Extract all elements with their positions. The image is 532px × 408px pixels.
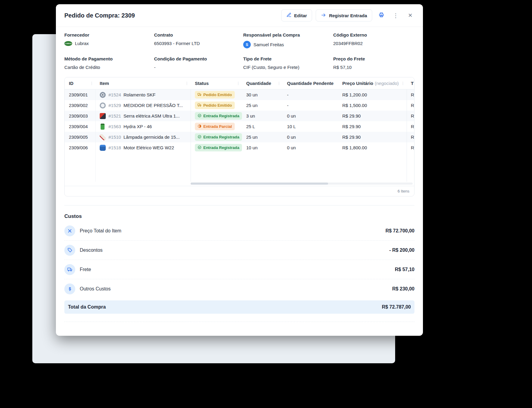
other-costs-dollar-icon xyxy=(64,283,75,294)
cost-row-item-total: Preço Total do Item R$ 72.700,00 xyxy=(64,221,414,241)
row-id: 2309/005 xyxy=(65,132,95,142)
total-value: R$ 72.787,00 xyxy=(382,304,411,310)
order-info-grid: Fornecedor LUBRAX Lubrax Contrato 650399… xyxy=(64,32,414,70)
item-ref: #1524 xyxy=(108,92,121,97)
close-button[interactable]: ✕ xyxy=(405,9,416,21)
item-name: Serra elétrica ASM Ultra 1... xyxy=(124,113,180,118)
row-total: R$ 1, xyxy=(407,111,414,121)
purchase-total-row: Total da Compra R$ 72.787,00 xyxy=(64,300,414,314)
status-badge: Pedido Emitido xyxy=(195,102,235,109)
modal-content: Fornecedor LUBRAX Lubrax Contrato 650399… xyxy=(56,27,423,322)
row-total: R$ 3 xyxy=(407,100,414,111)
cost-label: Descontos xyxy=(80,248,103,253)
cost-value: - R$ 200,00 xyxy=(389,248,414,253)
row-unit-price: R$ 29.90 xyxy=(338,132,407,142)
row-qty: 30 un xyxy=(242,89,283,100)
table-footer: 6 Itens xyxy=(65,186,414,196)
printer-icon xyxy=(379,12,384,19)
edit-button[interactable]: Editar xyxy=(281,9,312,21)
buyer-avatar: S xyxy=(243,41,251,48)
row-item: #1521 Serra elétrica ASM Ultra 1... xyxy=(95,111,191,121)
close-icon: ✕ xyxy=(408,13,412,18)
register-entry-button[interactable]: Registrar Entrada xyxy=(316,9,372,21)
status-badge: Pedido Emitido xyxy=(195,91,235,99)
truck-icon xyxy=(198,103,202,108)
row-id: 2309/006 xyxy=(65,142,95,153)
supplier-logo: LUBRAX xyxy=(64,41,72,46)
cost-label: Preço Total do Item xyxy=(80,228,121,234)
row-unit-price: R$ 29.90 xyxy=(338,121,407,132)
row-id: 2309/001 xyxy=(65,89,95,100)
cost-value: R$ 230,00 xyxy=(392,286,414,292)
column-handle-icon[interactable]: ⋮ xyxy=(90,81,94,86)
payment-condition-value: - xyxy=(154,65,243,70)
column-handle-icon[interactable]: ⋮ xyxy=(401,81,405,86)
row-id: 2309/003 xyxy=(65,111,95,121)
row-unit-price: R$ 1,200.00 xyxy=(338,89,407,100)
info-field-external-code: Código Externo 20349FFBR02 xyxy=(333,32,414,48)
header-total: T xyxy=(407,77,414,89)
external-code-value: 20349FFBR02 xyxy=(333,41,414,46)
items-count: 6 Itens xyxy=(398,189,409,193)
column-divider xyxy=(191,77,191,182)
check-circle-icon xyxy=(198,114,202,118)
row-pending: - xyxy=(283,89,338,100)
row-id: 2309/002 xyxy=(65,100,95,111)
freight-truck-icon xyxy=(64,264,75,275)
row-total: R$ 1, xyxy=(407,121,414,132)
table-row[interactable]: 2309/006 #1518 Motor Elétrico WEG W22 En… xyxy=(65,142,414,153)
table-row[interactable]: 2309/005 #1510 Lâmpada germicida de 15..… xyxy=(65,132,414,142)
column-handle-icon[interactable]: ⋮ xyxy=(236,81,240,86)
row-unit-price: R$ 29.90 xyxy=(338,111,407,121)
table-row[interactable]: 2309/004 #1563 Hydra XP - 46 Entrada Par… xyxy=(65,121,414,132)
item-ref: #1563 xyxy=(108,124,121,129)
cost-label: Outros Custos xyxy=(80,286,111,292)
header-unit-price: Preço Unitário(negociado)⋮ xyxy=(338,77,407,89)
row-qty: 25 un xyxy=(242,100,283,111)
table-body: 2309/001 #1524 Rolamento SKF Pedido Emit… xyxy=(65,89,414,153)
purchase-order-modal: Pedido de Compra: 2309 Editar Registrar … xyxy=(56,4,423,336)
status-badge: Entrada Registrada xyxy=(195,112,242,120)
header-qty: Quantidade⋮ xyxy=(242,77,283,89)
costs-heading: Custos xyxy=(64,213,414,219)
price-total-icon xyxy=(64,225,75,236)
header-actions: Editar Registrar Entrada ⋮ ✕ xyxy=(281,9,416,21)
cost-row-other-costs: Outros Custos R$ 230,00 xyxy=(64,279,414,299)
row-pending: - xyxy=(283,100,338,111)
cost-row-discounts: Descontos - R$ 200,00 xyxy=(64,241,414,260)
row-qty: 25 un xyxy=(242,132,283,142)
header-pending: Quantidade Pendente xyxy=(283,77,338,89)
contract-value: 6503993 - Former LTD xyxy=(154,41,243,46)
row-item: #1524 Rolamento SKF xyxy=(95,89,191,100)
circular-saw-thumbnail xyxy=(100,113,106,119)
table-row[interactable]: 2309/003 #1521 Serra elétrica ASM Ultra … xyxy=(65,111,414,121)
row-pending: 10 L xyxy=(283,121,338,132)
info-field-payment-method: Método de Pagamento Cartão de Crédito xyxy=(64,56,154,70)
truck-icon xyxy=(198,92,202,97)
column-handle-icon[interactable]: ⋮ xyxy=(185,81,189,86)
scrollbar-thumb[interactable] xyxy=(191,183,328,185)
item-name: Motor Elétrico WEG W22 xyxy=(124,145,174,150)
buyer-name: Samuel Freitas xyxy=(253,42,284,47)
more-options-button[interactable]: ⋮ xyxy=(390,9,401,21)
supplier-name: Lubrax xyxy=(75,41,89,46)
table-row[interactable]: 2309/001 #1524 Rolamento SKF Pedido Emit… xyxy=(65,89,414,100)
print-button[interactable] xyxy=(376,9,387,21)
table-row[interactable]: 2309/002 #1529 MEDIDOR DE PRESSÃO T... P… xyxy=(65,100,414,111)
status-badge: Entrada Registrada xyxy=(195,133,242,141)
horizontal-scrollbar xyxy=(65,182,414,186)
oil-bottle-thumbnail xyxy=(101,124,105,130)
payment-method-value: Cartão de Crédito xyxy=(64,65,154,70)
bottom-divider xyxy=(64,322,414,322)
pressure-gauge-thumbnail xyxy=(100,102,106,108)
pencil-icon xyxy=(286,12,292,18)
scrollbar-track[interactable] xyxy=(191,183,413,185)
status-badge: Entrada Parcial xyxy=(195,123,235,130)
column-handle-icon[interactable]: ⋮ xyxy=(277,81,281,86)
cost-value: R$ 72.700,00 xyxy=(385,228,414,234)
row-total: R$ 1, xyxy=(407,132,414,142)
row-item: #1510 Lâmpada germicida de 15... xyxy=(95,132,191,142)
item-name: Rolamento SKF xyxy=(124,92,156,97)
column-divider xyxy=(407,77,407,182)
modal-header: Pedido de Compra: 2309 Editar Registrar … xyxy=(56,4,423,27)
